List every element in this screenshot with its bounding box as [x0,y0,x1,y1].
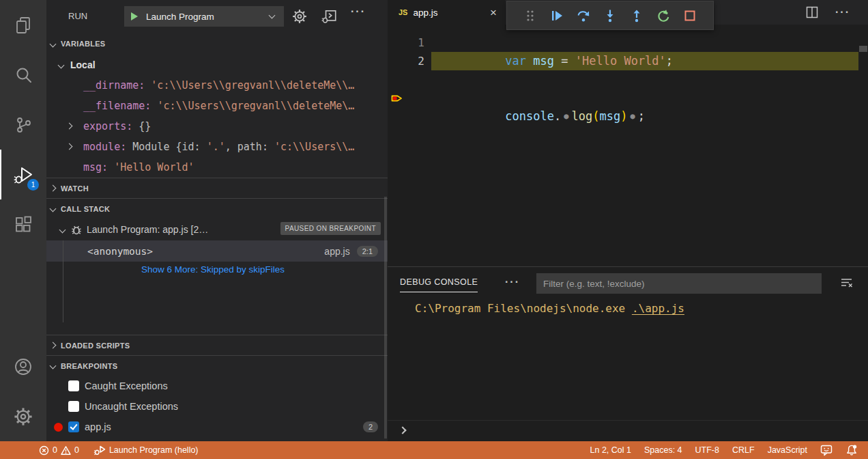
code-token: log [572,109,593,123]
chevron-down-icon [50,363,57,370]
checkbox-unchecked[interactable] [68,380,79,391]
stop-button[interactable] [682,8,697,23]
status-bar: 0 0 Launch Program (hello) Ln 2, Col 1 S… [0,441,868,459]
error-count: 0 [53,445,57,455]
eol-item[interactable]: CRLF [732,445,755,455]
variable-row-module[interactable]: module: Module {id: '.', path: 'c:\\User… [46,137,388,157]
debug-alt-icon [93,445,106,456]
split-editor-icon[interactable] [805,5,819,19]
watch-label: WATCH [61,184,89,193]
code-token: ( [592,109,599,123]
frame-position-badge: 2:1 [357,246,378,257]
account-icon [14,357,33,376]
console-output-file-link[interactable]: .\app.js [632,302,684,315]
inline-breakpoint-dot-icon[interactable]: ● [630,111,635,121]
launch-config-label: Launch Program [146,12,214,22]
editor: JS app.js × ··· [388,0,868,266]
start-debugging-icon[interactable] [131,12,138,20]
code-token: msg [533,54,554,68]
launch-config-select[interactable]: Launch Program [124,6,284,27]
activity-item-accounts[interactable] [0,342,46,391]
chevron-right-icon [66,143,73,150]
editor-more-actions-icon[interactable]: ··· [835,6,850,18]
sidebar-scrollbar[interactable] [384,197,387,439]
paused-on-breakpoint-badge: PAUSED ON BREAKPOINT [280,222,381,235]
stack-frame-row-selected[interactable]: <anonymous> app.js 2:1 [46,240,388,262]
variable-row-filename[interactable]: __filename: 'c:\\Users\\gregvanl\\delete… [46,96,388,116]
problems-status[interactable]: 0 0 [39,445,79,456]
activity-item-explorer[interactable] [0,0,46,50]
variable-row-exports[interactable]: exports: {} [46,116,388,137]
notifications-bell-icon[interactable] [845,444,858,456]
checkbox-unchecked[interactable] [68,401,79,412]
javascript-file-icon: JS [399,8,407,16]
step-out-button[interactable] [629,8,644,23]
watch-section-header[interactable]: WATCH [46,178,388,198]
variable-row-dirname[interactable]: __dirname: 'c:\\Users\\gregvanl\\deleteM… [46,75,388,96]
indentation-item[interactable]: Spaces: 4 [644,445,682,455]
console-filter-input[interactable] [536,273,822,294]
code-line-1[interactable]: 1var msg = 'Hello World'; [388,33,868,52]
continue-button[interactable] [549,8,564,23]
debug-toolbar [506,1,714,30]
encoding-item[interactable]: UTF-8 [695,445,719,455]
inline-breakpoint-dot-icon[interactable]: ● [564,111,568,121]
close-tab-icon[interactable]: × [490,7,497,18]
chevron-down-icon [50,206,57,212]
code-token [526,54,533,68]
variable-row-msg[interactable]: msg: 'Hello World' [46,157,388,178]
clear-console-icon[interactable] [839,276,854,290]
feedback-icon[interactable] [820,444,833,456]
breakpoint-label: app.js [85,421,111,432]
debug-session-row[interactable]: Launch Program: app.js [2… PAUSED ON BRE… [46,219,388,240]
chevron-down-icon [50,40,57,47]
tab-appjs[interactable]: JS app.js × [388,0,505,25]
configure-gear-icon[interactable] [292,9,307,24]
vscode-window: 1 RUN Launch Program [0,0,868,459]
tab-debug-console[interactable]: DEBUG CONSOLE [400,277,478,292]
debug-status-label: Launch Program (hello) [109,445,199,455]
activity-item-source-control[interactable] [0,100,46,150]
editor-scrollbar[interactable] [859,46,867,52]
activity-item-search[interactable] [0,50,46,100]
activity-item-run-and-debug[interactable]: 1 [0,150,46,199]
error-icon [39,445,49,456]
code-area[interactable]: 1var msg = 'Hello World'; 2console.●log(… [388,25,868,266]
bug-icon [70,223,83,236]
step-into-button[interactable] [603,8,618,23]
code-token: ) [620,109,627,123]
activity-item-settings[interactable] [0,391,46,441]
loaded-scripts-label: LOADED SCRIPTS [61,342,130,350]
toolbar-drag-handle[interactable] [523,8,538,23]
chevron-right-icon [66,123,73,130]
breakpoint-row-uncaught-exceptions[interactable]: Uncaught Exceptions [46,396,388,417]
loaded-scripts-section-header[interactable]: LOADED SCRIPTS [46,335,388,355]
debug-console-toggle-icon[interactable] [321,9,338,24]
variables-section-header[interactable]: VARIABLES [46,33,388,55]
breakpoint-row-appjs[interactable]: app.js 2 [46,417,388,437]
more-actions-icon[interactable]: ··· [351,5,366,18]
scope-local-row[interactable]: Local [46,55,388,75]
editor-group: JS app.js × ··· [388,0,868,441]
console-input-row[interactable] [388,420,868,442]
search-icon [14,66,33,85]
breakpoint-label: Uncaught Exceptions [85,401,178,412]
call-stack-section-header[interactable]: CALL STACK [46,198,388,219]
breakpoints-section-header[interactable]: BREAKPOINTS [46,355,388,376]
chevron-down-icon [269,12,276,19]
show-skipped-frames-link[interactable]: Show 6 More: Skipped by skipFiles [46,262,388,280]
debug-sessions-badge: 1 [27,179,39,191]
tree-indent-guide [63,240,63,322]
chevron-down-icon [58,61,65,68]
activity-item-extensions[interactable] [0,199,46,249]
panel-more-actions-icon[interactable]: ··· [505,276,520,288]
step-over-button[interactable] [576,8,591,23]
restart-button[interactable] [656,8,671,23]
debug-status-item[interactable]: Launch Program (hello) [93,445,199,456]
breakpoint-dot-icon [54,423,63,432]
checkbox-checked[interactable] [68,421,79,432]
breakpoint-row-caught-exceptions[interactable]: Caught Exceptions [46,376,388,396]
sidebar-header: RUN Launch Program ··· [46,0,388,33]
cursor-position-item[interactable]: Ln 2, Col 1 [590,445,631,455]
language-mode-item[interactable]: JavaScript [768,445,807,455]
